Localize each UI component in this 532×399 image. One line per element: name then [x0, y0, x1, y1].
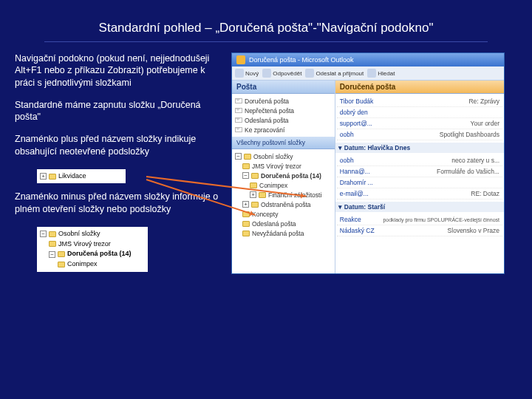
fav-item-sent[interactable]: Odeslaná pošta	[233, 115, 333, 125]
inset-sub2-label: Doručená pošta (14)	[67, 250, 132, 259]
collapse-icon: ▾	[338, 144, 342, 151]
inset-root-label: Osobní složky	[58, 230, 100, 239]
plus-icon: +	[40, 173, 47, 180]
paragraph-plus-sign: Znaménko plus před názvem složky indikuj…	[15, 133, 225, 157]
message-list: Tibor BudákRe: Zprávy dobrý den support@…	[335, 94, 504, 143]
message-row[interactable]: Drahomír ...	[337, 177, 502, 188]
minus-icon: −	[49, 251, 55, 258]
plus-icon: +	[242, 201, 249, 208]
inset-sub1-label: JMS Virový trezor	[58, 240, 111, 249]
paragraph-default-folder: Standardně máme zapnutu složku „Doručená…	[15, 99, 225, 123]
folder-icon	[259, 192, 266, 198]
mail-icon	[235, 127, 242, 132]
content-row: Navigační podokno (pokud není, nejjednod…	[0, 42, 532, 279]
minus-icon: −	[242, 172, 249, 179]
message-pane: Doručená pošta Tibor BudákRe: Zprávy dob…	[335, 81, 504, 273]
favorite-folders: Doručená pošta Nepřečtená pošta Odeslaná…	[232, 94, 335, 137]
message-row[interactable]: dobrý den	[337, 107, 502, 118]
toolbar-new-button[interactable]: Nový	[235, 69, 259, 78]
tree-item[interactable]: Odeslaná pošta	[241, 219, 333, 228]
outlook-titlebar: Doručená pošta - Microsoft Outlook	[232, 53, 504, 66]
search-icon	[367, 69, 376, 78]
paragraph-nav-pane: Navigační podokno (pokud není, nejjednod…	[15, 52, 225, 89]
tree-item-inbox[interactable]: −Doručená pošta (14)	[241, 171, 333, 180]
message-row[interactable]: Reakcepodklady pro firmu SPOLUPRÁCE-vedl…	[337, 214, 502, 225]
folder-icon	[58, 251, 65, 257]
inset-sub3-label: Conimpex	[67, 260, 98, 269]
message-row[interactable]: oobhneco zatery u s...	[337, 155, 502, 166]
new-icon	[235, 69, 244, 78]
folder-icon	[251, 173, 259, 179]
minus-icon: −	[235, 153, 242, 160]
folder-icon	[242, 163, 250, 169]
window-title: Doručená pošta - Microsoft Outlook	[249, 56, 354, 64]
mail-icon	[235, 108, 242, 113]
message-row[interactable]: Nádaský CZSlovensko v Praze	[337, 225, 502, 236]
inset-folder-label: Likvidace	[58, 172, 86, 181]
message-list: oobhneco zatery u s... Hanna@...Formulář…	[335, 153, 504, 202]
mail-icon	[235, 98, 242, 103]
inbox-header: Doručená pošta	[335, 81, 504, 94]
reply-icon	[262, 69, 271, 78]
nav-pane-header: Pošta	[232, 81, 335, 94]
toolbar-reply-button[interactable]: Odpovědět	[262, 69, 301, 78]
tree-item[interactable]: JMS Virový trezor	[241, 161, 333, 171]
group-header-older[interactable]: ▾Datum: Starší	[335, 202, 504, 212]
toolbar-search-button[interactable]: Hledat	[367, 69, 395, 78]
fav-item-unread[interactable]: Nepřečtená pošta	[233, 106, 333, 115]
sendreceive-icon	[305, 69, 314, 78]
message-row[interactable]: support@...Your order	[337, 118, 502, 129]
folder-icon	[242, 231, 250, 236]
folder-tree: −Osobní složky JMS Virový trezor −Doruče…	[232, 149, 335, 240]
folder-icon	[250, 183, 257, 188]
message-row[interactable]: Tibor BudákRe: Zprávy	[337, 96, 502, 107]
outlook-toolbar: Nový Odpovědět Odeslat a přijmout Hledat	[232, 66, 504, 81]
folder-icon	[251, 202, 259, 208]
all-folders-header: Všechny poštovní složky	[232, 137, 335, 149]
collapse-icon: ▾	[338, 203, 342, 211]
folder-icon	[242, 221, 250, 227]
folder-icon	[49, 231, 56, 237]
fav-item-inbox[interactable]: Doručená pošta	[233, 96, 333, 106]
folder-icon	[49, 174, 56, 180]
tree-item[interactable]: Conimpex	[248, 180, 333, 190]
minus-icon: −	[40, 231, 47, 237]
outlook-body: Pošta Doručená pošta Nepřečtená pošta Od…	[232, 81, 504, 273]
slide-title: Standardní pohled – „Doručená pošta"-"Na…	[0, 0, 532, 40]
inset-minus-example: − Osobní složky JMS Virový trezor − Doru…	[37, 227, 148, 272]
plus-icon: +	[250, 191, 256, 198]
toolbar-sendreceive-button[interactable]: Odeslat a přijmout	[305, 69, 364, 78]
folder-icon	[49, 241, 56, 247]
message-row[interactable]: e-mail@...RE: Dotaz	[337, 188, 502, 200]
tree-root[interactable]: −Osobní složky	[233, 151, 333, 161]
inset-plus-example: + Likvidace	[37, 169, 126, 184]
message-list: Reakcepodklady pro firmu SPOLUPRÁCE-vedl…	[335, 212, 504, 239]
folder-icon	[58, 262, 65, 267]
fav-item-followup[interactable]: Ke zpracování	[233, 125, 333, 134]
navigation-pane: Pošta Doručená pošta Nepřečtená pošta Od…	[232, 81, 335, 273]
outlook-window: Doručená pošta - Microsoft Outlook Nový …	[231, 52, 505, 274]
message-row[interactable]: Hanna@...Formuláře do Vašich...	[337, 166, 502, 177]
outlook-app-icon	[236, 55, 245, 64]
tree-item[interactable]: +Odstraněná pošta	[241, 200, 333, 209]
folder-icon	[244, 154, 251, 160]
left-column: Navigační podokno (pokud není, nejjednod…	[15, 52, 225, 279]
tree-item[interactable]: Nevyžádaná pošta	[241, 228, 333, 238]
group-header-today[interactable]: ▾Datum: Hlavička Dnes	[335, 143, 504, 153]
mail-icon	[235, 117, 242, 123]
message-row[interactable]: oobhSpotlight Dashboards	[337, 129, 502, 140]
right-column: Doručená pošta - Microsoft Outlook Nový …	[231, 52, 525, 279]
